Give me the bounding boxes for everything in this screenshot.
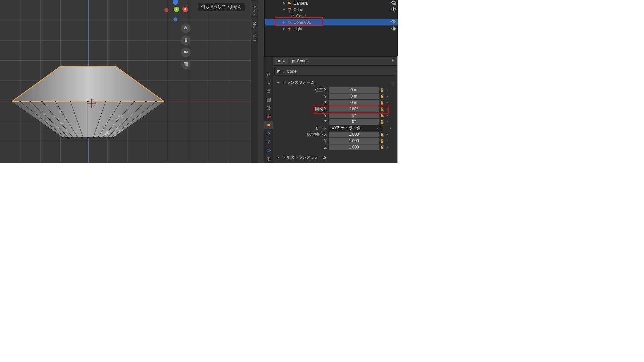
datablock-button[interactable]: ◩ Cone xyxy=(290,58,309,64)
axis-label-y: Y xyxy=(276,94,329,99)
scale-x-field[interactable]: 1.000 xyxy=(329,132,379,137)
camera-view-button[interactable] xyxy=(181,48,191,57)
pin-icon[interactable] xyxy=(391,58,395,63)
visibility-toggle[interactable] xyxy=(391,7,396,12)
lock-icon[interactable]: 🔓 xyxy=(379,87,385,93)
expand-icon[interactable] xyxy=(283,9,285,10)
prop-tab-constraints[interactable] xyxy=(264,155,273,163)
outliner-item-label: Light xyxy=(293,26,391,31)
npanel-tab-tool[interactable]: ツール xyxy=(251,17,257,28)
keyframe-dot[interactable]: • xyxy=(385,94,389,99)
delta-transform-header[interactable]: デルタトランスフォーム xyxy=(276,153,394,162)
location-z-row: Z 0 m 🔓 • xyxy=(276,100,394,106)
keyframe-dot[interactable]: • xyxy=(385,145,389,150)
editor-type-button[interactable]: ⌄ xyxy=(275,58,288,64)
location-y-field[interactable]: 0 m xyxy=(329,94,379,99)
prop-tab-scene[interactable] xyxy=(264,104,273,112)
scale-y-field[interactable]: 1.000 xyxy=(329,138,379,144)
svg-point-28 xyxy=(393,8,394,10)
expand-icon[interactable] xyxy=(283,2,285,5)
prop-tab-render[interactable] xyxy=(264,78,273,86)
navigation-gizmo[interactable]: Y X xyxy=(164,0,191,20)
keyframe-dot[interactable]: • xyxy=(385,113,389,118)
gizmo-axis-x[interactable]: X xyxy=(182,7,188,12)
keyframe-dot[interactable]: • xyxy=(385,101,389,105)
expand-icon[interactable] xyxy=(283,27,285,30)
rotation-x-field[interactable]: 180° xyxy=(329,106,379,112)
prop-tab-object[interactable] xyxy=(264,121,273,129)
location-z-field[interactable]: 0 m xyxy=(329,100,379,106)
gizmo-axis-y[interactable]: Y xyxy=(174,7,179,12)
mesh-cones xyxy=(0,0,258,163)
rotation-z-field[interactable]: 0° xyxy=(329,119,379,125)
zoom-button[interactable] xyxy=(181,23,191,33)
svg-point-44 xyxy=(268,142,269,142)
viewport-controls xyxy=(181,23,191,69)
lock-icon[interactable]: 🔓 xyxy=(379,132,385,137)
location-x-label: 位置 X xyxy=(276,87,329,93)
perspective-grid-button[interactable] xyxy=(181,60,191,69)
rotation-y-field[interactable]: 0° xyxy=(329,113,379,118)
spacer xyxy=(383,126,388,131)
prop-tab-modifiers[interactable] xyxy=(264,129,273,137)
expand-icon[interactable] xyxy=(283,21,285,24)
outliner-row-cone-mesh[interactable]: ▽ Cone xyxy=(265,13,398,19)
lock-icon[interactable]: 🔓 xyxy=(379,94,385,99)
lock-icon[interactable]: 🔓 xyxy=(379,113,385,118)
keyframe-dot[interactable]: • xyxy=(385,132,389,137)
scale-z-field[interactable]: 1.000 xyxy=(329,144,379,150)
visibility-toggle[interactable] xyxy=(391,19,396,25)
keyframe-dot[interactable]: • xyxy=(385,88,389,93)
visibility-toggle[interactable] xyxy=(391,0,396,6)
outliner-item-label: Cone xyxy=(293,7,391,12)
mode-label: モード xyxy=(276,125,329,131)
outliner-panel[interactable]: Camera ▦ ▽ Cone ▽ ▽ Cone ▽ Cone.001 ▽ xyxy=(264,0,398,56)
npanel-tab-view[interactable]: ビュー xyxy=(251,29,257,41)
axis-label-z: Z xyxy=(276,101,329,105)
properties-header: ⌄ ◩ Cone xyxy=(273,57,397,66)
properties-body: ⌄ ◩ Cone ◩ ⌄ Cone トランスフォーム ⠿ xyxy=(273,57,397,163)
gizmo-axis-neg[interactable] xyxy=(164,7,169,13)
rotation-mode-dropdown[interactable]: XYZ オイラー角 xyxy=(329,125,382,131)
location-x-field[interactable]: 0 m xyxy=(329,87,379,93)
npanel-tab-item[interactable]: アイテ xyxy=(251,1,257,16)
visibility-toggle[interactable] xyxy=(391,26,396,32)
svg-rect-20 xyxy=(184,63,188,66)
header-info-text: 何も選択していません xyxy=(198,3,245,11)
prop-tab-output[interactable] xyxy=(264,87,273,95)
outliner-row-camera[interactable]: Camera ▦ xyxy=(265,0,398,6)
keyframe-dot[interactable]: • xyxy=(385,120,389,124)
lock-icon[interactable]: 🔓 xyxy=(379,145,385,150)
3d-viewport[interactable]: 何も選択していません Y X アイテ ツ xyxy=(0,0,258,163)
light-icon xyxy=(287,26,292,32)
lock-icon[interactable]: 🔓 xyxy=(379,119,385,125)
outliner-row-cone001[interactable]: ▽ Cone.001 ▽ xyxy=(265,19,398,25)
header-object-name: Cone xyxy=(297,59,307,63)
collapse-icon xyxy=(278,156,279,159)
prop-tab-tool[interactable] xyxy=(264,70,273,78)
cone-icon: ▽ xyxy=(287,7,292,12)
transform-panel-header[interactable]: トランスフォーム ⠿ xyxy=(276,78,394,87)
prop-tab-world[interactable] xyxy=(264,112,273,120)
outliner-row-light[interactable]: Light ◉ xyxy=(265,25,398,32)
keyframe-dot[interactable]: • xyxy=(385,107,389,112)
prop-tab-viewlayer[interactable] xyxy=(264,96,273,104)
gizmo-axis-z[interactable] xyxy=(173,0,178,5)
keyframe-dot[interactable]: • xyxy=(385,139,389,143)
svg-marker-12 xyxy=(12,66,164,102)
delta-transform-panel: デルタトランスフォーム xyxy=(273,152,397,163)
prop-tab-particles[interactable] xyxy=(264,138,273,146)
svg-rect-36 xyxy=(267,98,271,99)
properties-breadcrumb[interactable]: ◩ ⌄ Cone xyxy=(274,67,396,76)
prop-tab-physics[interactable] xyxy=(264,146,273,154)
svg-rect-34 xyxy=(268,84,270,84)
lock-icon[interactable]: 🔓 xyxy=(379,100,385,106)
pan-button[interactable] xyxy=(181,36,191,45)
drag-handle-icon[interactable]: ⠿ xyxy=(391,80,394,85)
outliner-row-cone[interactable]: ▽ Cone ▽ xyxy=(265,6,398,13)
lock-icon[interactable]: 🔓 xyxy=(379,138,385,144)
lock-icon[interactable]: 🔓 xyxy=(379,107,385,112)
keyframe-dot[interactable]: • xyxy=(388,126,393,131)
scale-x-label: 拡大縮小 X xyxy=(276,132,329,137)
gizmo-axis-negz[interactable] xyxy=(173,17,178,22)
